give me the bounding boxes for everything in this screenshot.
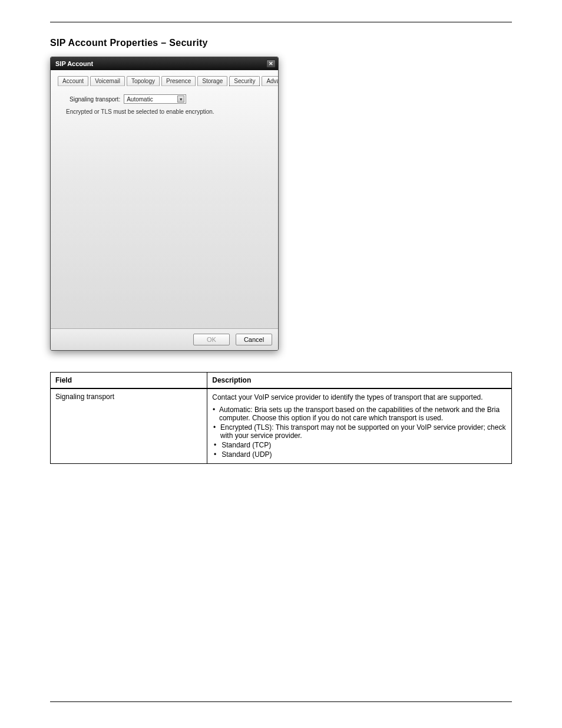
close-icon[interactable]: ✕ xyxy=(266,60,276,68)
signaling-transport-select[interactable]: Automatic ▼ xyxy=(124,94,186,104)
desc-bullet: Encrypted (TLS): This transport may not … xyxy=(220,423,507,440)
dialog-titlebar: SIP Account ✕ xyxy=(51,57,278,70)
tab-advanced[interactable]: Advanced xyxy=(262,76,279,86)
tab-strip: Account Voicemail Topology Presence Stor… xyxy=(58,76,271,86)
cancel-button[interactable]: Cancel xyxy=(236,334,272,345)
field-description-table: Field Description Signaling transport Co… xyxy=(50,372,512,464)
bullet-icon: • xyxy=(212,441,218,449)
tab-account[interactable]: Account xyxy=(58,76,88,86)
col-header-description: Description xyxy=(207,373,512,389)
signaling-transport-label: Signaling transport: xyxy=(70,96,120,103)
table-header-row: Field Description xyxy=(51,373,512,389)
dialog-title: SIP Account xyxy=(55,60,93,67)
signaling-transport-value: Automatic xyxy=(127,96,153,103)
table-row: Signaling transport Contact your VoIP se… xyxy=(51,388,512,464)
desc-bullet: Standard (TCP) xyxy=(222,441,271,449)
tab-voicemail[interactable]: Voicemail xyxy=(90,76,125,86)
cell-field-description: Contact your VoIP service provider to id… xyxy=(207,388,512,464)
tab-presence[interactable]: Presence xyxy=(161,76,196,86)
chevron-down-icon: ▼ xyxy=(177,95,184,103)
encryption-info-text: Encrypted or TLS must be selected to ena… xyxy=(66,108,271,115)
cell-field-name: Signaling transport xyxy=(51,388,207,464)
col-header-field: Field xyxy=(51,373,207,389)
desc-bullet: Automatic: Bria sets up the transport ba… xyxy=(219,406,507,422)
bullet-icon: • xyxy=(212,450,218,459)
desc-bullet: Standard (UDP) xyxy=(222,450,272,459)
tab-storage[interactable]: Storage xyxy=(197,76,227,86)
ok-button[interactable]: OK xyxy=(193,334,230,345)
bullet-icon: • xyxy=(212,406,216,422)
bullet-icon: • xyxy=(212,423,217,440)
section-heading: SIP Account Properties – Security xyxy=(50,38,512,48)
tab-security[interactable]: Security xyxy=(229,76,260,86)
desc-paragraph: Contact your VoIP service provider to id… xyxy=(212,393,507,402)
tab-topology[interactable]: Topology xyxy=(127,76,160,86)
sip-account-dialog: SIP Account ✕ Account Voicemail Topology… xyxy=(50,57,279,351)
